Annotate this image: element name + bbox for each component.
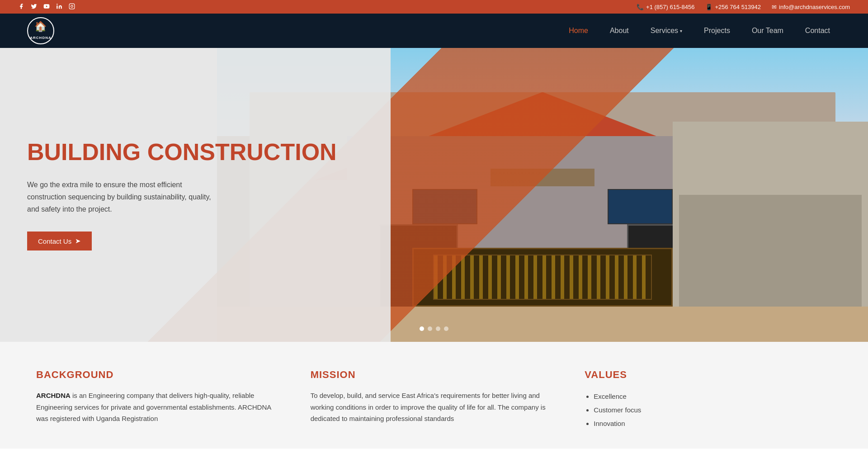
hero-description: We go the extra mile to ensure the most … bbox=[27, 179, 217, 216]
hero-section: BUILDING CONSTRUCTION We go the extra mi… bbox=[0, 48, 868, 342]
top-bar: 📞 +1 (857) 615-8456 📱 +256 764 513942 ✉ … bbox=[0, 0, 868, 14]
slide-dot-2[interactable] bbox=[428, 326, 432, 331]
info-section: BACKGROUND ARCHDNA is an Engineering com… bbox=[0, 342, 868, 449]
values-list: Excellence Customer focus Innovation bbox=[585, 390, 832, 430]
slide-dot-3[interactable] bbox=[436, 326, 440, 331]
hero-title: BUILDING CONSTRUCTION bbox=[27, 139, 363, 165]
email-icon: ✉ bbox=[772, 4, 777, 10]
slide-dot-4[interactable] bbox=[444, 326, 448, 331]
email-item: ✉ info@archdnaservices.com bbox=[772, 4, 850, 10]
nav-contact[interactable]: Contact bbox=[794, 14, 841, 48]
value-item-2: Customer focus bbox=[594, 403, 832, 417]
phone2-text: +256 764 513942 bbox=[715, 4, 761, 10]
logo-circle: 🏠 ARCHDNA bbox=[27, 17, 54, 44]
twitter-icon[interactable] bbox=[31, 3, 37, 11]
background-heading: BACKGROUND bbox=[36, 369, 283, 381]
background-block: BACKGROUND ARCHDNA is an Engineering com… bbox=[36, 369, 283, 430]
services-dropdown-icon: ▾ bbox=[680, 28, 682, 33]
values-block: VALUES Excellence Customer focus Innovat… bbox=[585, 369, 832, 430]
nav-services[interactable]: Services ▾ bbox=[640, 14, 693, 48]
phone2-icon: 📱 bbox=[705, 4, 712, 10]
mission-text: To develop, build, and service East Afri… bbox=[311, 390, 558, 425]
nav-projects[interactable]: Projects bbox=[693, 14, 741, 48]
email-text: info@archdnaservices.com bbox=[779, 4, 850, 10]
mission-heading: MISSION bbox=[311, 369, 558, 381]
svg-rect-1 bbox=[69, 4, 75, 9]
phone-icon: 📞 bbox=[637, 4, 644, 10]
contact-info: 📞 +1 (857) 615-8456 📱 +256 764 513942 ✉ … bbox=[637, 4, 850, 10]
svg-point-0 bbox=[57, 4, 57, 5]
company-name: ARCHDNA bbox=[36, 392, 71, 399]
value-item-1: Excellence bbox=[594, 390, 832, 403]
contact-us-button[interactable]: Contact Us ➤ bbox=[27, 232, 92, 250]
logo-name-circle: ARCHDNA bbox=[30, 36, 51, 40]
nav-our-team[interactable]: Our Team bbox=[741, 14, 794, 48]
value-item-3: Innovation bbox=[594, 417, 832, 430]
arrow-icon: ➤ bbox=[75, 237, 81, 245]
youtube-icon[interactable] bbox=[43, 3, 50, 11]
facebook-icon[interactable] bbox=[18, 3, 24, 11]
nav-home[interactable]: Home bbox=[558, 14, 599, 48]
social-links bbox=[18, 3, 75, 11]
linkedin-icon[interactable] bbox=[56, 3, 62, 11]
phone1-item: 📞 +1 (857) 615-8456 bbox=[637, 4, 694, 10]
navbar: 🏠 ARCHDNA Home About Services ▾ Projects… bbox=[0, 14, 868, 48]
values-heading: VALUES bbox=[585, 369, 832, 381]
nav-links: Home About Services ▾ Projects Our Team … bbox=[558, 14, 841, 48]
slide-dot-1[interactable] bbox=[420, 326, 424, 331]
mission-block: MISSION To develop, build, and service E… bbox=[311, 369, 558, 430]
hero-content: BUILDING CONSTRUCTION We go the extra mi… bbox=[0, 48, 391, 342]
instagram-icon[interactable] bbox=[69, 3, 75, 11]
slide-dots bbox=[420, 326, 448, 331]
nav-about[interactable]: About bbox=[599, 14, 640, 48]
phone2-item: 📱 +256 764 513942 bbox=[705, 4, 761, 10]
logo[interactable]: 🏠 ARCHDNA bbox=[27, 17, 54, 44]
phone1-text: +1 (857) 615-8456 bbox=[646, 4, 694, 10]
background-text: ARCHDNA is an Engineering company that d… bbox=[36, 390, 283, 425]
